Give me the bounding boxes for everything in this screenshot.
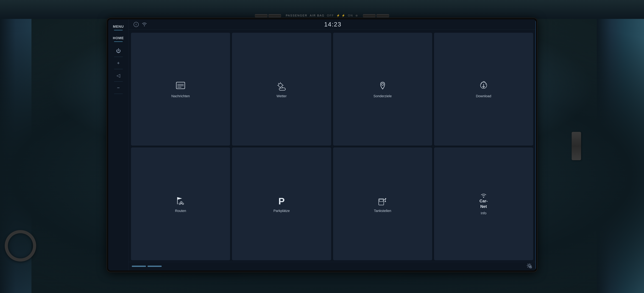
door-handle	[572, 132, 581, 160]
grid-row-2: Routen P Parkplätze	[131, 147, 533, 260]
svg-text:i: i	[136, 23, 136, 26]
parkplaetze-cell[interactable]: P Parkplätze	[232, 147, 331, 260]
settings-gear-icon	[526, 262, 532, 269]
scroll-indicators	[132, 266, 162, 267]
svg-point-14	[382, 83, 384, 85]
airbag-on: ON	[348, 14, 353, 17]
airbag-cancel: ⊗	[356, 14, 358, 17]
right-vents	[363, 14, 389, 17]
sidebar: MENU HOME ⏻ + ◁ −	[108, 19, 129, 270]
wifi-icon	[141, 22, 148, 27]
routen-icon	[175, 196, 186, 207]
app-grid: Nachrichten	[129, 30, 536, 262]
status-bar: i 14:23	[129, 19, 536, 30]
info-circle-icon: i	[133, 22, 139, 27]
wetter-label: Wetter	[276, 94, 286, 98]
parking-p-icon: P	[278, 196, 285, 207]
info-cell[interactable]: Car- Net Info	[434, 147, 533, 260]
svg-point-2	[144, 26, 145, 26]
tankstellen-icon	[377, 196, 388, 207]
airbag-icons: ⚡ ⚡	[336, 14, 346, 17]
minus-button[interactable]: −	[108, 82, 128, 94]
svg-point-17	[179, 203, 180, 205]
download-cell[interactable]: Download	[434, 33, 533, 146]
svg-point-19	[180, 201, 182, 203]
screen-bezel: MENU HOME ⏻ + ◁ −	[107, 18, 537, 272]
volume-icon: ◁	[116, 73, 120, 78]
nachrichten-cell[interactable]: Nachrichten	[131, 33, 230, 146]
parkplaetze-label: Parkplätze	[273, 209, 290, 213]
scroll-tab-2[interactable]	[148, 266, 162, 267]
tankstellen-label: Tankstellen	[374, 209, 391, 213]
airbag-off: OFF	[327, 14, 334, 17]
main-content: i 14:23	[129, 19, 536, 270]
carnet-car-text: Car-	[480, 199, 488, 203]
sonderziele-cell[interactable]: Sonderziele	[333, 33, 432, 146]
routen-label: Routen	[175, 209, 186, 213]
vent-bar	[268, 14, 281, 17]
download-icon	[478, 81, 489, 92]
settings-button[interactable]	[526, 262, 532, 270]
bottom-bar	[129, 262, 536, 270]
volume-button[interactable]: ◁	[108, 69, 128, 82]
grid-row-1: Nachrichten	[131, 33, 533, 146]
nachrichten-label: Nachrichten	[171, 94, 190, 98]
carnet-icon-container: Car- Net	[480, 193, 488, 209]
svg-rect-21	[379, 199, 383, 202]
carnet-text-container: Car-	[480, 199, 488, 203]
parking-icon-container: P	[276, 196, 287, 207]
download-label: Download	[476, 94, 491, 98]
carnet-net-text: Net	[480, 204, 487, 209]
plus-button[interactable]: +	[108, 57, 128, 69]
svg-point-23	[483, 197, 484, 198]
car-interior: PASSENGER AIR BAG OFF ⚡ ⚡ ON ⊗ MENU HOME…	[0, 0, 644, 293]
scroll-tab-1[interactable]	[132, 266, 146, 267]
vertical-divider	[536, 21, 536, 269]
vent-bar	[376, 14, 389, 17]
svg-point-7	[278, 83, 282, 87]
svg-line-12	[278, 83, 279, 84]
minus-icon: −	[117, 85, 120, 91]
vent-bar	[363, 14, 376, 17]
wetter-icon	[276, 81, 287, 92]
airbag-text-area: PASSENGER AIR BAG OFF ⚡ ⚡ ON ⊗	[286, 14, 358, 17]
home-button[interactable]: HOME	[108, 33, 128, 45]
svg-line-13	[282, 87, 282, 88]
nachrichten-icon	[175, 81, 186, 92]
airbag-label: PASSENGER	[286, 14, 308, 17]
top-vents-area: PASSENGER AIR BAG OFF ⚡ ⚡ ON ⊗	[0, 0, 644, 19]
tankstellen-cell[interactable]: Tankstellen	[333, 147, 432, 260]
sonderziele-icon	[377, 81, 388, 92]
infotainment-screen: MENU HOME ⏻ + ◁ −	[108, 19, 536, 270]
routen-cell[interactable]: Routen	[131, 147, 230, 260]
clock-display: 14:23	[324, 21, 342, 28]
sonderziele-label: Sonderziele	[374, 94, 392, 98]
status-left: i	[133, 22, 148, 27]
info-label: Info	[481, 211, 486, 215]
svg-point-18	[182, 203, 184, 205]
left-vents	[255, 14, 281, 17]
wetter-cell[interactable]: Wetter	[232, 33, 331, 146]
carnet-wifi-icon	[480, 193, 488, 198]
power-button[interactable]: ⏻	[108, 45, 128, 57]
vent-bar	[255, 14, 268, 17]
power-icon: ⏻	[116, 48, 121, 54]
airbag-label2: AIR BAG	[310, 14, 324, 17]
steering-wheel	[5, 230, 36, 261]
plus-icon: +	[117, 60, 120, 66]
menu-button[interactable]: MENU	[108, 22, 128, 33]
svg-rect-3	[176, 82, 185, 89]
